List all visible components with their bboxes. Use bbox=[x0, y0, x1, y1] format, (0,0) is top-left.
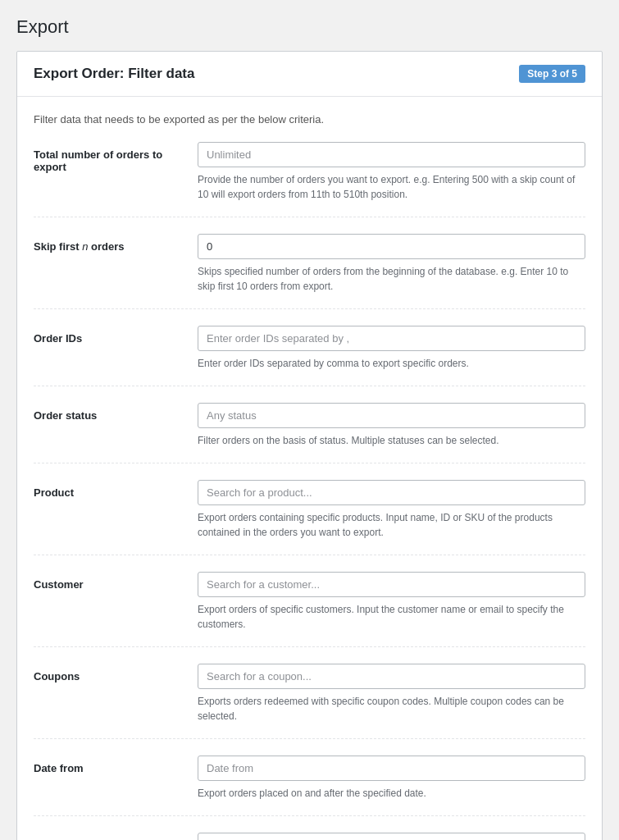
control-wrap-customer: Export orders of specific customers. Inp… bbox=[198, 572, 585, 632]
help-skip-orders: Skips specified number of orders from th… bbox=[198, 264, 585, 294]
label-order-ids: Order IDs bbox=[34, 326, 198, 345]
control-wrap-date-to: Export orders placed upto the specified … bbox=[198, 833, 585, 840]
form-row-skip-orders: Skip first n ordersSkips specified numbe… bbox=[34, 234, 585, 309]
control-wrap-skip-orders: Skips specified number of orders from th… bbox=[198, 234, 585, 294]
control-wrap-total-orders: Provide the number of orders you want to… bbox=[198, 142, 585, 202]
label-order-status: Order status bbox=[34, 403, 198, 422]
page-title: Export bbox=[16, 16, 603, 38]
form-fields: Total number of orders to exportProvide … bbox=[34, 142, 585, 840]
control-wrap-product: Export orders containing specific produc… bbox=[198, 480, 585, 540]
card-body: Filter data that needs to be exported as… bbox=[17, 97, 602, 840]
control-wrap-date-from: Export orders placed on and after the sp… bbox=[198, 756, 585, 801]
help-order-status: Filter orders on the basis of status. Mu… bbox=[198, 433, 585, 448]
step-badge: Step 3 of 5 bbox=[519, 65, 585, 83]
input-total-orders[interactable] bbox=[198, 142, 585, 167]
form-row-coupons: CouponsExports orders redeemed with spec… bbox=[34, 664, 585, 739]
control-wrap-order-status: Filter orders on the basis of status. Mu… bbox=[198, 403, 585, 448]
form-row-date-from: Date fromExport orders placed on and aft… bbox=[34, 756, 585, 816]
input-product[interactable] bbox=[198, 480, 585, 505]
form-row-customer: CustomerExport orders of specific custom… bbox=[34, 572, 585, 647]
main-card: Export Order: Filter data Step 3 of 5 Fi… bbox=[16, 51, 603, 840]
control-wrap-coupons: Exports orders redeemed with specific co… bbox=[198, 664, 585, 724]
input-date-to[interactable] bbox=[198, 833, 585, 840]
label-date-from: Date from bbox=[34, 756, 198, 774]
label-em-skip-orders: n bbox=[82, 240, 88, 253]
intro-text: Filter data that needs to be exported as… bbox=[34, 113, 585, 126]
input-customer[interactable] bbox=[198, 572, 585, 597]
input-date-from[interactable] bbox=[198, 756, 585, 781]
label-date-to: Date to bbox=[34, 833, 198, 840]
label-customer: Customer bbox=[34, 572, 198, 591]
input-coupons[interactable] bbox=[198, 664, 585, 689]
help-order-ids: Enter order IDs separated by comma to ex… bbox=[198, 356, 585, 371]
label-coupons: Coupons bbox=[34, 664, 198, 682]
label-total-orders: Total number of orders to export bbox=[34, 142, 198, 173]
input-order-status[interactable] bbox=[198, 403, 585, 428]
help-product: Export orders containing specific produc… bbox=[198, 510, 585, 540]
form-row-order-ids: Order IDsEnter order IDs separated by co… bbox=[34, 326, 585, 386]
form-row-total-orders: Total number of orders to exportProvide … bbox=[34, 142, 585, 217]
help-customer: Export orders of specific customers. Inp… bbox=[198, 602, 585, 632]
help-date-from: Export orders placed on and after the sp… bbox=[198, 786, 585, 801]
form-row-date-to: Date toExport orders placed upto the spe… bbox=[34, 833, 585, 840]
form-row-order-status: Order statusFilter orders on the basis o… bbox=[34, 403, 585, 463]
label-product: Product bbox=[34, 480, 198, 499]
card-header: Export Order: Filter data Step 3 of 5 bbox=[17, 52, 602, 97]
help-coupons: Exports orders redeemed with specific co… bbox=[198, 694, 585, 724]
input-order-ids[interactable] bbox=[198, 326, 585, 351]
input-skip-orders[interactable] bbox=[198, 234, 585, 259]
form-row-product: ProductExport orders containing specific… bbox=[34, 480, 585, 555]
help-total-orders: Provide the number of orders you want to… bbox=[198, 172, 585, 202]
label-skip-orders: Skip first n orders bbox=[34, 234, 198, 253]
card-title: Export Order: Filter data bbox=[34, 66, 194, 82]
control-wrap-order-ids: Enter order IDs separated by comma to ex… bbox=[198, 326, 585, 371]
